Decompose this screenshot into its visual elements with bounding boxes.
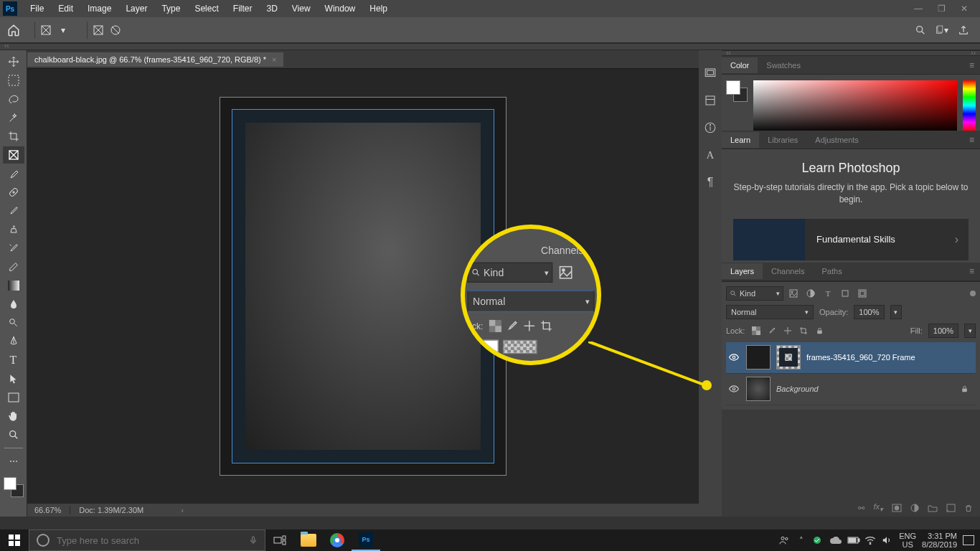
new-layer-icon[interactable] bbox=[946, 504, 956, 512]
filter-toggle-switch[interactable] bbox=[970, 291, 976, 296]
taskbar-search-box[interactable] bbox=[29, 529, 265, 551]
blur-tool-icon[interactable] bbox=[3, 296, 24, 313]
menu-image[interactable]: Image bbox=[80, 4, 118, 14]
hue-slider[interactable] bbox=[963, 80, 976, 131]
layer-filter-type-dropdown[interactable]: Kind ▾ bbox=[726, 286, 783, 301]
tab-learn[interactable]: Learn bbox=[722, 132, 759, 148]
menu-filter[interactable]: Filter bbox=[226, 4, 260, 14]
document-list-icon[interactable]: ▾ bbox=[936, 24, 948, 37]
panel-menu-icon[interactable]: ≡ bbox=[969, 135, 980, 145]
tray-wifi-icon[interactable] bbox=[864, 536, 876, 545]
photoshop-taskbar-icon[interactable]: Ps bbox=[352, 529, 380, 551]
menu-3d[interactable]: 3D bbox=[259, 4, 284, 14]
task-view-icon[interactable] bbox=[265, 529, 294, 551]
info-panel-icon[interactable] bbox=[703, 121, 717, 135]
document-tab[interactable]: chalkboard-black.jpg @ 66.7% (frames-354… bbox=[27, 52, 283, 67]
delete-layer-icon[interactable] bbox=[964, 504, 973, 513]
tab-close-icon[interactable]: × bbox=[272, 55, 276, 64]
rectangle-tool-icon[interactable] bbox=[3, 389, 24, 406]
tray-onedrive-icon[interactable] bbox=[830, 537, 842, 544]
microphone-icon[interactable] bbox=[249, 534, 258, 546]
history-panel-icon[interactable] bbox=[703, 66, 717, 80]
search-input[interactable] bbox=[57, 535, 242, 546]
tray-date[interactable]: 8/28/2019 bbox=[922, 540, 957, 549]
eraser-tool-icon[interactable] bbox=[3, 258, 24, 276]
tray-lang1[interactable]: ENG bbox=[899, 532, 916, 540]
home-icon[interactable] bbox=[6, 22, 22, 38]
marquee-tool-icon[interactable] bbox=[3, 72, 24, 89]
path-selection-tool-icon[interactable] bbox=[3, 370, 24, 387]
window-close-icon[interactable]: ✕ bbox=[960, 4, 969, 14]
menu-type[interactable]: Type bbox=[154, 4, 187, 14]
layer-style-icon[interactable]: fx▾ bbox=[873, 502, 883, 513]
frame-tool-preset-icon[interactable] bbox=[39, 24, 52, 37]
lasso-tool-icon[interactable] bbox=[3, 90, 24, 108]
tab-layers[interactable]: Layers bbox=[722, 263, 763, 279]
opacity-chevron-icon[interactable]: ▾ bbox=[890, 305, 902, 319]
layer-row[interactable]: Background bbox=[726, 374, 976, 405]
chrome-icon[interactable] bbox=[323, 529, 352, 551]
opacity-value-input[interactable]: 100% bbox=[854, 305, 884, 319]
status-chevron-icon[interactable]: › bbox=[181, 506, 184, 514]
layer-visibility-icon[interactable] bbox=[729, 385, 740, 392]
frame-ellipse-icon[interactable] bbox=[109, 24, 122, 37]
filter-smartobject-icon[interactable] bbox=[857, 288, 868, 299]
paragraph-panel-icon[interactable]: ¶ bbox=[703, 175, 717, 189]
file-explorer-icon[interactable] bbox=[294, 529, 323, 551]
canvas-frame-selection[interactable] bbox=[232, 109, 494, 463]
zoom-tool-icon[interactable] bbox=[3, 426, 24, 443]
frame-thumbnail[interactable] bbox=[776, 345, 801, 369]
menu-file[interactable]: File bbox=[23, 4, 51, 14]
window-minimize-icon[interactable]: — bbox=[914, 4, 923, 14]
hand-tool-icon[interactable] bbox=[3, 408, 24, 425]
people-icon[interactable] bbox=[778, 534, 790, 546]
group-layers-icon[interactable] bbox=[928, 504, 938, 512]
tray-antivirus-icon[interactable] bbox=[813, 536, 824, 545]
notifications-icon[interactable] bbox=[963, 535, 974, 545]
tab-color[interactable]: Color bbox=[722, 57, 758, 73]
tray-volume-icon[interactable] bbox=[882, 535, 893, 545]
blend-mode-dropdown[interactable]: Normal▾ bbox=[726, 305, 814, 319]
menu-layer[interactable]: Layer bbox=[118, 4, 154, 14]
tray-expand-icon[interactable]: ˄ bbox=[796, 536, 807, 545]
layer-name[interactable]: Background bbox=[776, 385, 819, 393]
gradient-tool-icon[interactable] bbox=[3, 277, 24, 294]
lock-pixels-icon[interactable] bbox=[766, 325, 778, 336]
link-layers-icon[interactable]: ⚯ bbox=[858, 504, 864, 513]
eyedropper-tool-icon[interactable] bbox=[3, 165, 24, 182]
start-button[interactable] bbox=[0, 529, 29, 551]
search-icon[interactable] bbox=[914, 24, 927, 37]
fill-value-input[interactable]: 100% bbox=[928, 324, 958, 338]
frame-tool-icon[interactable] bbox=[3, 146, 24, 164]
healing-tool-icon[interactable] bbox=[3, 184, 24, 201]
magic-wand-tool-icon[interactable] bbox=[3, 109, 24, 126]
pen-tool-icon[interactable] bbox=[3, 333, 24, 350]
lock-all-icon[interactable] bbox=[814, 325, 825, 336]
filter-type-icon[interactable]: T bbox=[822, 288, 834, 299]
menu-window[interactable]: Window bbox=[318, 4, 363, 14]
layer-visibility-icon[interactable] bbox=[729, 354, 740, 361]
history-brush-tool-icon[interactable] bbox=[3, 240, 24, 257]
filter-adjustment-icon[interactable] bbox=[805, 288, 816, 299]
layer-row[interactable]: frames-35416_960_720 Frame bbox=[726, 342, 976, 374]
color-panel-swatches[interactable] bbox=[726, 80, 748, 102]
tab-swatches[interactable]: Swatches bbox=[758, 57, 809, 73]
edit-toolbar-icon[interactable]: ⋯ bbox=[3, 453, 24, 470]
tray-battery-icon[interactable] bbox=[847, 537, 859, 544]
layer-thumbnail[interactable] bbox=[746, 377, 771, 401]
panel-menu-icon[interactable]: ≡ bbox=[969, 60, 980, 70]
layer-thumbnail[interactable] bbox=[746, 345, 771, 369]
layer-name[interactable]: frames-35416_960_720 Frame bbox=[806, 353, 915, 362]
fill-chevron-icon[interactable]: ▾ bbox=[964, 324, 976, 338]
lock-artboard-icon[interactable] bbox=[798, 325, 809, 336]
filter-pixel-icon[interactable] bbox=[788, 288, 799, 299]
adjustment-layer-icon[interactable] bbox=[910, 504, 919, 512]
panel-menu-icon[interactable]: ≡ bbox=[969, 266, 980, 276]
clone-stamp-tool-icon[interactable] bbox=[3, 221, 24, 238]
zoom-level[interactable]: 66.67% bbox=[34, 506, 61, 514]
dodge-tool-icon[interactable] bbox=[3, 314, 24, 331]
frame-rect-icon[interactable] bbox=[92, 24, 105, 37]
lock-transparency-icon[interactable] bbox=[750, 325, 762, 336]
filter-shape-icon[interactable] bbox=[839, 288, 851, 299]
tray-time[interactable]: 3:31 PM bbox=[922, 532, 957, 540]
